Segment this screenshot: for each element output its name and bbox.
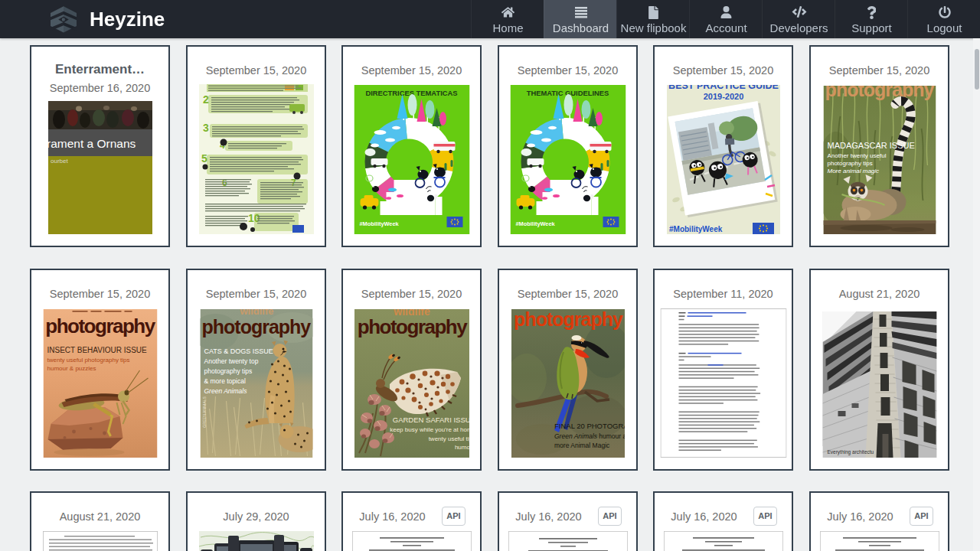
svg-text:photography tips: photography tips xyxy=(827,160,872,167)
svg-text:Another twenty top: Another twenty top xyxy=(204,357,258,365)
svg-text:rament a Ornans: rament a Ornans xyxy=(48,137,136,150)
svg-text:More animal magic: More animal magic xyxy=(827,168,879,174)
svg-text:photography: photography xyxy=(514,309,623,330)
svg-text:#MobilityWeek: #MobilityWeek xyxy=(515,220,555,227)
svg-text:humour & puzzles: humour & puzzles xyxy=(47,365,96,372)
svg-text:ourbet: ourbet xyxy=(51,158,68,165)
svg-text:photography: photography xyxy=(45,315,155,337)
svg-text:Green Animals humour and: Green Animals humour and xyxy=(554,432,625,440)
svg-text:Another twenty useful: Another twenty useful xyxy=(827,152,886,159)
svg-text:5: 5 xyxy=(201,152,207,165)
svg-text:FINAL 20 PHOTOGRAPHY TIP: FINAL 20 PHOTOGRAPHY TIP xyxy=(554,422,625,430)
svg-text:humour: humour xyxy=(454,444,469,451)
svg-text:& more topical: & more topical xyxy=(204,377,245,385)
svg-text:INSECT BEHAVIOUR ISSUE: INSECT BEHAVIOUR ISSUE xyxy=(47,346,147,354)
svg-text:3: 3 xyxy=(203,122,209,134)
svg-text:photography: photography xyxy=(357,315,467,338)
svg-text:photography: photography xyxy=(201,316,311,337)
svg-text:more Animal Magic: more Animal Magic xyxy=(554,442,610,449)
svg-text:#MobilityWeek: #MobilityWeek xyxy=(669,225,723,233)
svg-text:MADAGASCAR ISSUE: MADAGASCAR ISSUE xyxy=(827,141,914,150)
svg-text:2: 2 xyxy=(203,93,209,106)
svg-text:twenty useful photography tips: twenty useful photography tips xyxy=(47,357,129,364)
svg-text:2019-2020: 2019-2020 xyxy=(703,92,743,101)
svg-text:BEST PRACTICE GUIDE: BEST PRACTICE GUIDE xyxy=(668,85,779,91)
svg-text:CATS & DOGS ISSUE: CATS & DOGS ISSUE xyxy=(204,347,273,355)
svg-text:GARDEN SAFARI ISSUE: GARDEN SAFARI ISSUE xyxy=(392,416,469,424)
svg-text:Everything architectu: Everything architectu xyxy=(827,449,874,455)
svg-text:GREEN ANIMALS: GREEN ANIMALS xyxy=(201,396,206,428)
svg-text:photography tips: photography tips xyxy=(204,367,252,375)
svg-text:#MobilityWeek: #MobilityWeek xyxy=(359,220,399,227)
svg-text:photography: photography xyxy=(825,86,934,100)
svg-text:Green Animals: Green Animals xyxy=(204,387,247,395)
svg-text:keep busy while you're at home: keep busy while you're at home xyxy=(390,426,469,433)
svg-text:twenty useful tips: twenty useful tips xyxy=(428,435,469,442)
